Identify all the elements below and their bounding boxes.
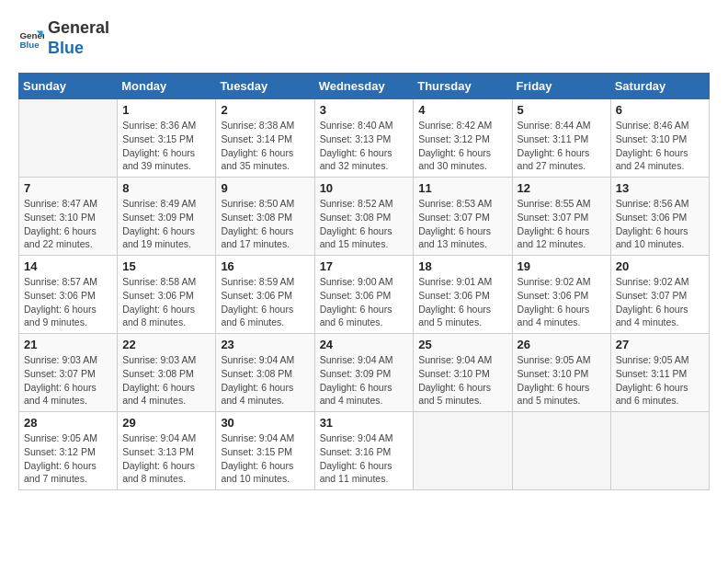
day-info: Sunrise: 8:50 AMSunset: 3:08 PMDaylight:… [221,197,309,251]
day-number: 13 [616,181,704,195]
calendar-cell: 26Sunrise: 9:05 AMSunset: 3:10 PMDayligh… [512,334,610,412]
calendar-cell: 8Sunrise: 8:49 AMSunset: 3:09 PMDaylight… [118,178,216,256]
day-info: Sunrise: 8:57 AMSunset: 3:06 PMDaylight:… [24,275,112,329]
day-number: 1 [122,103,210,117]
calendar-cell: 29Sunrise: 9:04 AMSunset: 3:13 PMDayligh… [118,412,216,490]
day-info: Sunrise: 8:58 AMSunset: 3:06 PMDaylight:… [122,275,210,329]
day-info: Sunrise: 9:00 AMSunset: 3:06 PMDaylight:… [320,275,409,329]
header-monday: Monday [118,74,216,99]
calendar-cell: 14Sunrise: 8:57 AMSunset: 3:06 PMDayligh… [19,256,118,334]
day-number: 19 [518,259,606,273]
day-info: Sunrise: 8:52 AMSunset: 3:08 PMDaylight:… [320,197,409,251]
calendar-header-row: SundayMondayTuesdayWednesdayThursdayFrid… [19,74,710,99]
day-number: 23 [221,338,309,351]
calendar-cell: 2Sunrise: 8:38 AMSunset: 3:14 PMDaylight… [216,99,314,178]
calendar-cell: 18Sunrise: 9:01 AMSunset: 3:06 PMDayligh… [414,256,512,334]
calendar-cell [19,99,118,178]
calendar-cell: 10Sunrise: 8:52 AMSunset: 3:08 PMDayligh… [314,178,414,256]
calendar-cell: 7Sunrise: 8:47 AMSunset: 3:10 PMDaylight… [19,178,118,256]
calendar-cell: 30Sunrise: 9:04 AMSunset: 3:15 PMDayligh… [216,412,314,490]
day-number: 9 [221,181,309,195]
calendar-week-5: 28Sunrise: 9:05 AMSunset: 3:12 PMDayligh… [19,412,710,490]
day-number: 28 [24,416,112,430]
calendar-cell [512,412,610,490]
day-number: 18 [418,259,506,273]
day-info: Sunrise: 8:40 AMSunset: 3:13 PMDaylight:… [320,119,409,173]
day-number: 4 [418,103,506,117]
calendar-cell: 3Sunrise: 8:40 AMSunset: 3:13 PMDaylight… [314,99,414,178]
day-info: Sunrise: 8:56 AMSunset: 3:06 PMDaylight:… [616,197,704,251]
calendar-cell: 12Sunrise: 8:55 AMSunset: 3:07 PMDayligh… [512,178,610,256]
day-info: Sunrise: 9:05 AMSunset: 3:12 PMDaylight:… [24,431,112,486]
calendar-cell [610,412,709,490]
day-info: Sunrise: 9:02 AMSunset: 3:06 PMDaylight:… [518,275,606,329]
header-sunday: Sunday [19,74,118,99]
calendar-cell: 4Sunrise: 8:42 AMSunset: 3:12 PMDaylight… [414,99,512,178]
day-number: 11 [418,181,506,195]
logo-icon: General Blue [18,26,44,52]
day-number: 2 [221,103,309,117]
calendar-cell: 27Sunrise: 9:05 AMSunset: 3:11 PMDayligh… [610,334,709,412]
day-info: Sunrise: 9:03 AMSunset: 3:08 PMDaylight:… [122,353,210,408]
header-wednesday: Wednesday [314,74,414,99]
day-info: Sunrise: 8:49 AMSunset: 3:09 PMDaylight:… [122,197,210,251]
day-info: Sunrise: 8:47 AMSunset: 3:10 PMDaylight:… [24,197,112,251]
day-number: 16 [221,259,309,273]
day-info: Sunrise: 9:05 AMSunset: 3:10 PMDaylight:… [518,353,606,408]
day-number: 5 [518,103,606,117]
calendar-cell: 22Sunrise: 9:03 AMSunset: 3:08 PMDayligh… [118,334,216,412]
day-info: Sunrise: 8:59 AMSunset: 3:06 PMDaylight:… [221,275,309,329]
day-number: 31 [320,416,409,430]
day-number: 29 [122,416,210,430]
day-info: Sunrise: 8:44 AMSunset: 3:11 PMDaylight:… [518,119,606,173]
calendar-week-4: 21Sunrise: 9:03 AMSunset: 3:07 PMDayligh… [19,334,710,412]
day-number: 6 [616,103,704,117]
logo-blue: Blue [48,39,109,59]
day-info: Sunrise: 9:02 AMSunset: 3:07 PMDaylight:… [616,275,704,329]
header-thursday: Thursday [414,74,512,99]
day-number: 22 [122,338,210,351]
calendar-week-1: 1Sunrise: 8:36 AMSunset: 3:15 PMDaylight… [19,99,710,178]
day-info: Sunrise: 8:55 AMSunset: 3:07 PMDaylight:… [518,197,606,251]
calendar-cell: 31Sunrise: 9:04 AMSunset: 3:16 PMDayligh… [314,412,414,490]
day-info: Sunrise: 9:03 AMSunset: 3:07 PMDaylight:… [24,353,112,408]
calendar-cell: 15Sunrise: 8:58 AMSunset: 3:06 PMDayligh… [118,256,216,334]
logo: General Blue General Blue [18,18,109,58]
day-info: Sunrise: 9:04 AMSunset: 3:16 PMDaylight:… [320,431,409,486]
day-number: 3 [320,103,409,117]
header: General Blue General Blue [18,18,710,58]
calendar-week-3: 14Sunrise: 8:57 AMSunset: 3:06 PMDayligh… [19,256,710,334]
calendar-cell: 23Sunrise: 9:04 AMSunset: 3:08 PMDayligh… [216,334,314,412]
day-number: 8 [122,181,210,195]
calendar-cell: 5Sunrise: 8:44 AMSunset: 3:11 PMDaylight… [512,99,610,178]
day-number: 25 [418,338,506,351]
calendar-cell [414,412,512,490]
day-number: 15 [122,259,210,273]
day-info: Sunrise: 9:04 AMSunset: 3:10 PMDaylight:… [418,353,506,408]
calendar-cell: 17Sunrise: 9:00 AMSunset: 3:06 PMDayligh… [314,256,414,334]
calendar-cell: 21Sunrise: 9:03 AMSunset: 3:07 PMDayligh… [19,334,118,412]
day-number: 17 [320,259,409,273]
day-info: Sunrise: 8:36 AMSunset: 3:15 PMDaylight:… [122,119,210,173]
day-number: 12 [518,181,606,195]
day-info: Sunrise: 8:42 AMSunset: 3:12 PMDaylight:… [418,119,506,173]
day-number: 14 [24,259,112,273]
day-info: Sunrise: 8:53 AMSunset: 3:07 PMDaylight:… [418,197,506,251]
day-info: Sunrise: 9:04 AMSunset: 3:15 PMDaylight:… [221,431,309,486]
day-number: 30 [221,416,309,430]
day-number: 27 [616,338,704,351]
calendar-week-2: 7Sunrise: 8:47 AMSunset: 3:10 PMDaylight… [19,178,710,256]
header-friday: Friday [512,74,610,99]
calendar-cell: 25Sunrise: 9:04 AMSunset: 3:10 PMDayligh… [414,334,512,412]
calendar-cell: 19Sunrise: 9:02 AMSunset: 3:06 PMDayligh… [512,256,610,334]
header-saturday: Saturday [610,74,709,99]
day-number: 21 [24,338,112,351]
svg-text:Blue: Blue [19,39,40,49]
day-number: 20 [616,259,704,273]
day-info: Sunrise: 9:04 AMSunset: 3:13 PMDaylight:… [122,431,210,486]
calendar-cell: 13Sunrise: 8:56 AMSunset: 3:06 PMDayligh… [610,178,709,256]
calendar-cell: 11Sunrise: 8:53 AMSunset: 3:07 PMDayligh… [414,178,512,256]
calendar-cell: 28Sunrise: 9:05 AMSunset: 3:12 PMDayligh… [19,412,118,490]
day-info: Sunrise: 8:46 AMSunset: 3:10 PMDaylight:… [616,119,704,173]
day-number: 24 [320,338,409,351]
